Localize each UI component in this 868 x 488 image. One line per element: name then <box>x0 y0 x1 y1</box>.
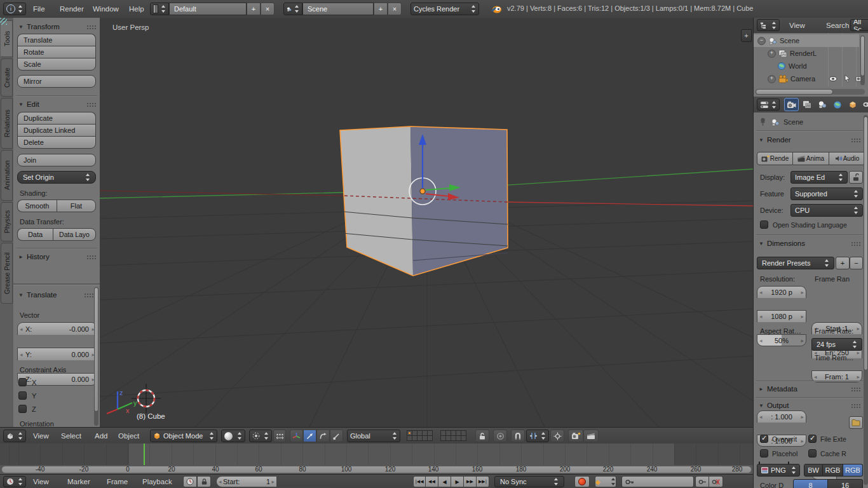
menu-frame[interactable]: Frame <box>103 473 132 488</box>
feature-set-select[interactable]: Supported <box>790 187 863 200</box>
add-scene-button[interactable]: + <box>374 3 388 15</box>
mode-select[interactable]: Object Mode <box>150 430 217 442</box>
tab-object-context[interactable] <box>845 98 860 111</box>
layers-grid-right[interactable] <box>440 430 470 442</box>
resolution-scale-slider[interactable]: 50% <box>757 334 806 346</box>
delete-keyframe-button[interactable] <box>709 476 723 487</box>
add-preset-button[interactable]: + <box>836 257 850 269</box>
placeholders-checkbox[interactable] <box>760 449 768 458</box>
constraint-y-row[interactable]: Y <box>18 391 36 400</box>
vector-x-field[interactable]: X:-0.000 <box>17 322 97 335</box>
transfer-data-button[interactable]: Data <box>17 228 53 241</box>
mirror-button[interactable]: Mirror <box>17 75 96 88</box>
color-mode-rgb-button[interactable]: RGB <box>823 464 843 477</box>
panel-header-translate-operator[interactable]: Translate <box>18 291 93 299</box>
cursor-3d[interactable] <box>132 384 161 413</box>
scene-name-field[interactable]: Scene <box>302 3 374 15</box>
menu-marker[interactable]: Marker <box>64 473 94 488</box>
scale-button[interactable]: Scale <box>17 58 96 71</box>
shade-flat-button[interactable]: Flat <box>57 200 96 212</box>
manipulate-center-points-button[interactable] <box>273 430 286 442</box>
tab-physics[interactable]: Physics <box>1 202 13 241</box>
sync-select[interactable]: No Sync <box>494 476 564 487</box>
screen-layout-name-field[interactable]: Default <box>169 3 247 15</box>
outliner-row-world[interactable]: World <box>777 60 859 72</box>
remove-preset-button[interactable]: − <box>850 257 863 269</box>
menu-select[interactable]: Select <box>57 428 85 444</box>
outliner-vscroll[interactable] <box>860 36 865 76</box>
drag-dots-icon[interactable] <box>851 403 860 408</box>
time-indicator-button[interactable] <box>183 476 197 487</box>
render-engine-select[interactable]: Cycles Render <box>410 3 479 15</box>
menu-playback[interactable]: Playback <box>139 473 176 488</box>
opengl-render-anim-button[interactable] <box>583 430 599 442</box>
collapse-icon[interactable]: − <box>757 37 766 45</box>
osl-checkbox[interactable] <box>760 220 768 229</box>
auto-keyframe-button[interactable] <box>574 476 590 487</box>
pin-icon[interactable] <box>759 118 767 126</box>
close-layout-button[interactable]: × <box>261 3 275 15</box>
cache-result-checkbox[interactable] <box>808 449 817 458</box>
render-audio-button[interactable]: Audio <box>829 152 865 165</box>
manipulator-axes-toggle[interactable] <box>290 430 303 442</box>
drag-dots-icon[interactable] <box>86 25 96 29</box>
depth-16-button[interactable]: 16 <box>828 479 863 488</box>
tab-grease-pencil[interactable]: Grease Pencil <box>1 243 13 304</box>
color-mode-bw-button[interactable]: BW <box>804 464 823 477</box>
panel-header-edit[interactable]: Edit <box>18 100 96 108</box>
properties-editor-selector[interactable] <box>757 98 780 111</box>
timeline-scrollbar-pill[interactable] <box>1 466 752 473</box>
corner-split-widget[interactable] <box>0 18 7 25</box>
display-select[interactable]: Image Ed <box>790 171 848 184</box>
tab-render-context[interactable] <box>784 98 799 111</box>
info-editor-selector[interactable]: i <box>3 3 26 15</box>
selectability-cursor-icon[interactable] <box>844 74 851 83</box>
panel-header-dimensions[interactable]: Dimensions <box>759 240 860 247</box>
add-layout-button[interactable]: + <box>247 3 261 15</box>
rotate-button[interactable]: Rotate <box>17 46 96 58</box>
cache-result-row[interactable]: Cache R <box>808 449 846 458</box>
panel-header-metadata[interactable]: Metadata <box>759 385 860 393</box>
keying-mode-select[interactable]: ◆ <box>595 476 616 487</box>
drag-dots-icon[interactable] <box>851 138 860 142</box>
outliner-filter-select[interactable]: All Sc <box>850 19 868 31</box>
menu-file[interactable]: File <box>29 1 49 17</box>
constraint-x-checkbox[interactable] <box>18 378 27 386</box>
file-extensions-checkbox[interactable] <box>808 435 817 443</box>
menu-outliner-search[interactable]: Search <box>822 17 853 34</box>
snap-target-button[interactable] <box>550 430 564 442</box>
insert-keyframe-button[interactable] <box>695 476 709 487</box>
menu-help[interactable]: Help <box>125 1 148 17</box>
tab-world-context[interactable] <box>830 98 844 111</box>
pivot-point-select[interactable] <box>249 430 272 442</box>
render-animation-button[interactable]: Anima <box>793 152 829 165</box>
file-extensions-row[interactable]: File Exte <box>808 435 846 443</box>
delete-button[interactable]: Delete <box>17 136 96 149</box>
screen-layout-icon-button[interactable] <box>150 3 169 15</box>
tab-relations[interactable]: Relations <box>1 98 13 149</box>
overwrite-row[interactable]: Overwrit <box>760 435 797 443</box>
constraint-z-checkbox[interactable] <box>18 405 27 413</box>
frame-start-field[interactable]: Start:1 <box>216 476 277 487</box>
opengl-render-image-button[interactable] <box>568 430 583 442</box>
timeline-scrollbar[interactable]: -40 -20 0 20 40 60 80 100 120 140 160 18… <box>0 465 753 474</box>
constraint-z-row[interactable]: Z <box>18 405 36 413</box>
fps-select[interactable]: 24 fps <box>811 338 862 351</box>
properties-vscroll[interactable] <box>864 116 868 370</box>
resolution-y-field[interactable]: 1080 p <box>757 310 806 322</box>
expand-icon[interactable]: + <box>768 50 776 58</box>
device-select[interactable]: CPU <box>790 204 863 217</box>
menu-render[interactable]: Render <box>56 1 88 17</box>
file-format-select[interactable]: PNG <box>757 464 800 477</box>
scene-selector-icon-button[interactable] <box>283 3 302 15</box>
jump-to-end-button[interactable]: ▶▶| <box>477 476 489 487</box>
play-button[interactable]: ▶ <box>451 476 464 487</box>
lock-to-scene-button[interactable] <box>475 430 489 442</box>
keying-set-field[interactable] <box>621 476 694 487</box>
next-keyframe-button[interactable]: ▶▶ <box>464 476 477 487</box>
drag-dots-icon[interactable] <box>851 387 860 391</box>
panel-header-history[interactable]: History <box>18 253 96 261</box>
duplicate-button[interactable]: Duplicate <box>17 112 96 124</box>
translate-button[interactable]: Translate <box>17 34 96 46</box>
manipulator-translate-toggle[interactable] <box>303 430 316 442</box>
